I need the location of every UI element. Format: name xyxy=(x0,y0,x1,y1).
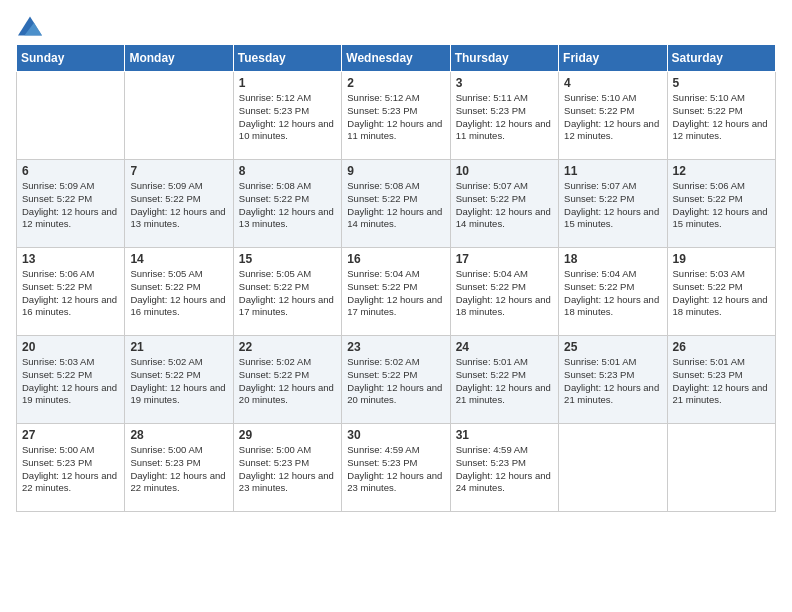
day-number: 25 xyxy=(564,340,661,354)
calendar-cell: 3Sunrise: 5:11 AM Sunset: 5:23 PM Daylig… xyxy=(450,72,558,160)
day-number: 11 xyxy=(564,164,661,178)
day-number: 23 xyxy=(347,340,444,354)
weekday-header: Saturday xyxy=(667,45,775,72)
weekday-header: Wednesday xyxy=(342,45,450,72)
day-number: 6 xyxy=(22,164,119,178)
logo-icon xyxy=(18,16,42,36)
day-number: 24 xyxy=(456,340,553,354)
cell-info: Sunrise: 5:09 AM Sunset: 5:22 PM Dayligh… xyxy=(22,180,119,231)
cell-info: Sunrise: 5:11 AM Sunset: 5:23 PM Dayligh… xyxy=(456,92,553,143)
cell-info: Sunrise: 5:10 AM Sunset: 5:22 PM Dayligh… xyxy=(564,92,661,143)
cell-info: Sunrise: 5:02 AM Sunset: 5:22 PM Dayligh… xyxy=(239,356,336,407)
calendar-cell: 24Sunrise: 5:01 AM Sunset: 5:22 PM Dayli… xyxy=(450,336,558,424)
day-number: 7 xyxy=(130,164,227,178)
cell-info: Sunrise: 5:12 AM Sunset: 5:23 PM Dayligh… xyxy=(239,92,336,143)
calendar-cell: 7Sunrise: 5:09 AM Sunset: 5:22 PM Daylig… xyxy=(125,160,233,248)
day-number: 31 xyxy=(456,428,553,442)
calendar-cell: 19Sunrise: 5:03 AM Sunset: 5:22 PM Dayli… xyxy=(667,248,775,336)
calendar-cell xyxy=(667,424,775,512)
weekday-header: Sunday xyxy=(17,45,125,72)
day-number: 3 xyxy=(456,76,553,90)
calendar-week-row: 27Sunrise: 5:00 AM Sunset: 5:23 PM Dayli… xyxy=(17,424,776,512)
weekday-header: Thursday xyxy=(450,45,558,72)
day-number: 27 xyxy=(22,428,119,442)
day-number: 1 xyxy=(239,76,336,90)
cell-info: Sunrise: 5:10 AM Sunset: 5:22 PM Dayligh… xyxy=(673,92,770,143)
calendar-cell: 9Sunrise: 5:08 AM Sunset: 5:22 PM Daylig… xyxy=(342,160,450,248)
calendar-week-row: 13Sunrise: 5:06 AM Sunset: 5:22 PM Dayli… xyxy=(17,248,776,336)
calendar-cell: 21Sunrise: 5:02 AM Sunset: 5:22 PM Dayli… xyxy=(125,336,233,424)
calendar-cell: 13Sunrise: 5:06 AM Sunset: 5:22 PM Dayli… xyxy=(17,248,125,336)
calendar-cell: 10Sunrise: 5:07 AM Sunset: 5:22 PM Dayli… xyxy=(450,160,558,248)
day-number: 20 xyxy=(22,340,119,354)
day-number: 30 xyxy=(347,428,444,442)
calendar-cell: 14Sunrise: 5:05 AM Sunset: 5:22 PM Dayli… xyxy=(125,248,233,336)
day-number: 15 xyxy=(239,252,336,266)
calendar-cell: 15Sunrise: 5:05 AM Sunset: 5:22 PM Dayli… xyxy=(233,248,341,336)
day-number: 21 xyxy=(130,340,227,354)
calendar-cell: 20Sunrise: 5:03 AM Sunset: 5:22 PM Dayli… xyxy=(17,336,125,424)
calendar-week-row: 6Sunrise: 5:09 AM Sunset: 5:22 PM Daylig… xyxy=(17,160,776,248)
cell-info: Sunrise: 5:07 AM Sunset: 5:22 PM Dayligh… xyxy=(564,180,661,231)
day-number: 19 xyxy=(673,252,770,266)
calendar-cell: 29Sunrise: 5:00 AM Sunset: 5:23 PM Dayli… xyxy=(233,424,341,512)
cell-info: Sunrise: 5:04 AM Sunset: 5:22 PM Dayligh… xyxy=(347,268,444,319)
day-number: 29 xyxy=(239,428,336,442)
weekday-header: Monday xyxy=(125,45,233,72)
calendar-table: SundayMondayTuesdayWednesdayThursdayFrid… xyxy=(16,44,776,512)
cell-info: Sunrise: 5:05 AM Sunset: 5:22 PM Dayligh… xyxy=(130,268,227,319)
cell-info: Sunrise: 5:06 AM Sunset: 5:22 PM Dayligh… xyxy=(673,180,770,231)
day-number: 9 xyxy=(347,164,444,178)
day-number: 18 xyxy=(564,252,661,266)
calendar-cell: 5Sunrise: 5:10 AM Sunset: 5:22 PM Daylig… xyxy=(667,72,775,160)
calendar-cell: 23Sunrise: 5:02 AM Sunset: 5:22 PM Dayli… xyxy=(342,336,450,424)
calendar-cell: 28Sunrise: 5:00 AM Sunset: 5:23 PM Dayli… xyxy=(125,424,233,512)
day-number: 14 xyxy=(130,252,227,266)
cell-info: Sunrise: 5:04 AM Sunset: 5:22 PM Dayligh… xyxy=(456,268,553,319)
cell-info: Sunrise: 5:03 AM Sunset: 5:22 PM Dayligh… xyxy=(22,356,119,407)
cell-info: Sunrise: 5:01 AM Sunset: 5:23 PM Dayligh… xyxy=(673,356,770,407)
cell-info: Sunrise: 5:12 AM Sunset: 5:23 PM Dayligh… xyxy=(347,92,444,143)
weekday-header: Tuesday xyxy=(233,45,341,72)
cell-info: Sunrise: 4:59 AM Sunset: 5:23 PM Dayligh… xyxy=(347,444,444,495)
calendar-cell xyxy=(17,72,125,160)
calendar-header-row: SundayMondayTuesdayWednesdayThursdayFrid… xyxy=(17,45,776,72)
cell-info: Sunrise: 5:01 AM Sunset: 5:22 PM Dayligh… xyxy=(456,356,553,407)
calendar-body: 1Sunrise: 5:12 AM Sunset: 5:23 PM Daylig… xyxy=(17,72,776,512)
day-number: 13 xyxy=(22,252,119,266)
cell-info: Sunrise: 5:02 AM Sunset: 5:22 PM Dayligh… xyxy=(347,356,444,407)
calendar-cell: 31Sunrise: 4:59 AM Sunset: 5:23 PM Dayli… xyxy=(450,424,558,512)
cell-info: Sunrise: 5:04 AM Sunset: 5:22 PM Dayligh… xyxy=(564,268,661,319)
calendar-cell: 17Sunrise: 5:04 AM Sunset: 5:22 PM Dayli… xyxy=(450,248,558,336)
page-header xyxy=(16,16,776,36)
cell-info: Sunrise: 5:08 AM Sunset: 5:22 PM Dayligh… xyxy=(347,180,444,231)
day-number: 28 xyxy=(130,428,227,442)
calendar-cell: 11Sunrise: 5:07 AM Sunset: 5:22 PM Dayli… xyxy=(559,160,667,248)
cell-info: Sunrise: 5:00 AM Sunset: 5:23 PM Dayligh… xyxy=(239,444,336,495)
day-number: 5 xyxy=(673,76,770,90)
cell-info: Sunrise: 5:00 AM Sunset: 5:23 PM Dayligh… xyxy=(22,444,119,495)
calendar-cell: 16Sunrise: 5:04 AM Sunset: 5:22 PM Dayli… xyxy=(342,248,450,336)
day-number: 26 xyxy=(673,340,770,354)
cell-info: Sunrise: 4:59 AM Sunset: 5:23 PM Dayligh… xyxy=(456,444,553,495)
day-number: 22 xyxy=(239,340,336,354)
calendar-cell: 2Sunrise: 5:12 AM Sunset: 5:23 PM Daylig… xyxy=(342,72,450,160)
cell-info: Sunrise: 5:08 AM Sunset: 5:22 PM Dayligh… xyxy=(239,180,336,231)
calendar-cell: 27Sunrise: 5:00 AM Sunset: 5:23 PM Dayli… xyxy=(17,424,125,512)
cell-info: Sunrise: 5:02 AM Sunset: 5:22 PM Dayligh… xyxy=(130,356,227,407)
day-number: 17 xyxy=(456,252,553,266)
calendar-week-row: 1Sunrise: 5:12 AM Sunset: 5:23 PM Daylig… xyxy=(17,72,776,160)
day-number: 10 xyxy=(456,164,553,178)
calendar-cell xyxy=(559,424,667,512)
calendar-cell: 8Sunrise: 5:08 AM Sunset: 5:22 PM Daylig… xyxy=(233,160,341,248)
day-number: 16 xyxy=(347,252,444,266)
cell-info: Sunrise: 5:03 AM Sunset: 5:22 PM Dayligh… xyxy=(673,268,770,319)
calendar-cell: 22Sunrise: 5:02 AM Sunset: 5:22 PM Dayli… xyxy=(233,336,341,424)
calendar-cell xyxy=(125,72,233,160)
calendar-cell: 26Sunrise: 5:01 AM Sunset: 5:23 PM Dayli… xyxy=(667,336,775,424)
cell-info: Sunrise: 5:06 AM Sunset: 5:22 PM Dayligh… xyxy=(22,268,119,319)
cell-info: Sunrise: 5:05 AM Sunset: 5:22 PM Dayligh… xyxy=(239,268,336,319)
cell-info: Sunrise: 5:01 AM Sunset: 5:23 PM Dayligh… xyxy=(564,356,661,407)
calendar-cell: 4Sunrise: 5:10 AM Sunset: 5:22 PM Daylig… xyxy=(559,72,667,160)
calendar-cell: 6Sunrise: 5:09 AM Sunset: 5:22 PM Daylig… xyxy=(17,160,125,248)
